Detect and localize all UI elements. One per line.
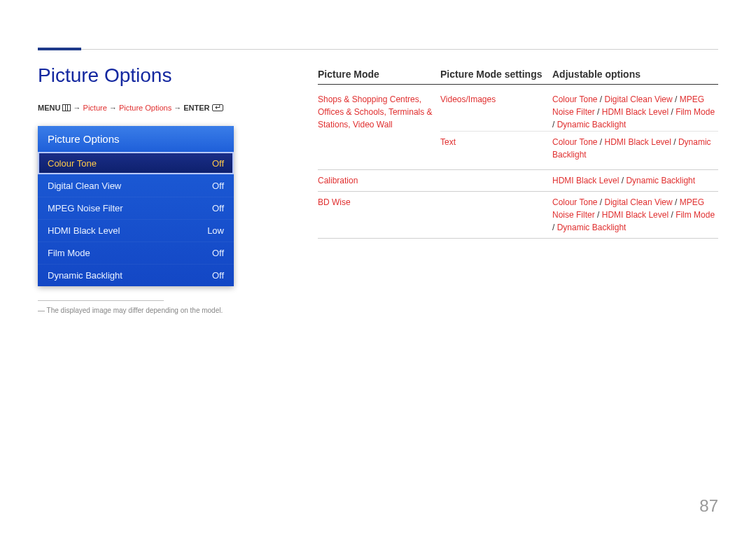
cell-settings: Videos/Images: [440, 93, 552, 131]
header-accent: [38, 48, 81, 50]
cell-picture-mode: Shops & Shopping Centres, Offices & Scho…: [318, 93, 440, 165]
cell-options: Colour Tone / Digital Clean View / MPEG …: [552, 196, 718, 234]
osd-item[interactable]: Film ModeOff: [38, 241, 234, 264]
osd-items: Colour ToneOffDigital Clean ViewOffMPEG …: [38, 152, 234, 286]
osd-item-value: Off: [212, 203, 224, 213]
osd-item-value: Off: [212, 270, 224, 281]
osd-item[interactable]: HDMI Black LevelLow: [38, 219, 234, 241]
osd-item-label: Film Mode: [48, 248, 90, 258]
right-column: Picture Mode Picture Mode settings Adjus…: [318, 69, 718, 314]
table-row: CalibrationHDMI Black Level / Dynamic Ba…: [318, 170, 718, 192]
osd-item-label: Dynamic Backlight: [48, 270, 122, 281]
cell-settings: Text: [440, 136, 552, 161]
osd-item-value: Off: [212, 158, 224, 169]
table-body: Shops & Shopping Centres, Offices & Scho…: [318, 89, 718, 239]
footnote: ― The displayed image may differ dependi…: [38, 307, 276, 314]
cell-options: Colour Tone / Digital Clean View / MPEG …: [552, 93, 718, 131]
osd-item-label: Digital Clean View: [48, 181, 121, 191]
cell-options: HDMI Black Level / Dynamic Backlight: [552, 174, 718, 187]
osd-item[interactable]: Colour ToneOff: [38, 152, 234, 174]
left-column: Picture Options MENU → Picture → Picture…: [38, 64, 276, 314]
menu-icon: [62, 104, 71, 111]
osd-item-label: Colour Tone: [48, 158, 97, 169]
osd-item-value: Off: [212, 248, 224, 258]
cell-picture-mode: Calibration: [318, 174, 440, 187]
table-header: Picture Mode Picture Mode settings Adjus…: [318, 69, 718, 85]
cell-options: Colour Tone / HDMI Black Level / Dynamic…: [552, 136, 718, 161]
cell-picture-mode: BD Wise: [318, 196, 440, 234]
osd-item-value: Off: [212, 181, 224, 191]
osd-title: Picture Options: [38, 126, 234, 152]
table-row: BD WiseColour Tone / Digital Clean View …: [318, 192, 718, 239]
osd-item-label: MPEG Noise Filter: [48, 203, 123, 213]
breadcrumb-menu: MENU: [38, 104, 60, 112]
th-settings: Picture Mode settings: [440, 69, 552, 80]
osd-item[interactable]: MPEG Noise FilterOff: [38, 197, 234, 219]
osd-panel: Picture Options Colour ToneOffDigital Cl…: [38, 126, 234, 286]
osd-item[interactable]: Digital Clean ViewOff: [38, 174, 234, 197]
osd-item-label: HDMI Black Level: [48, 225, 120, 236]
header-rule: [81, 49, 718, 50]
breadcrumb-picture: Picture: [83, 104, 107, 112]
th-picture-mode: Picture Mode: [318, 69, 440, 80]
footnote-rule: [38, 300, 164, 301]
enter-icon: [212, 104, 223, 111]
options-table: Picture Mode Picture Mode settings Adjus…: [318, 69, 718, 239]
cell-settings: [440, 174, 552, 187]
content-area: Picture Options MENU → Picture → Picture…: [38, 64, 718, 314]
th-adjustable: Adjustable options: [552, 69, 718, 80]
table-row: Shops & Shopping Centres, Offices & Scho…: [318, 89, 718, 170]
breadcrumb-picture-options: Picture Options: [119, 104, 172, 112]
osd-item-value: Low: [207, 225, 224, 236]
page-number: 87: [699, 496, 718, 516]
breadcrumb: MENU → Picture → Picture Options → ENTER: [38, 104, 276, 112]
page-title: Picture Options: [38, 64, 276, 87]
osd-item[interactable]: Dynamic BacklightOff: [38, 264, 234, 286]
breadcrumb-enter: ENTER: [183, 104, 209, 112]
cell-settings: [440, 196, 552, 234]
